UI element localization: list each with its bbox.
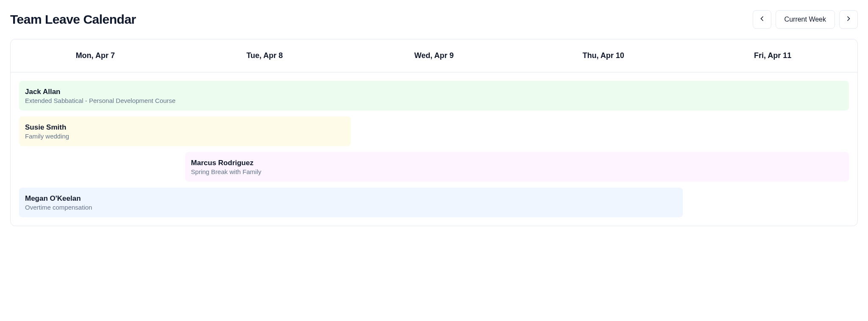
page-title: Team Leave Calendar bbox=[10, 12, 136, 27]
event-employee-name: Jack Allan bbox=[25, 88, 843, 96]
chevron-left-icon bbox=[758, 14, 766, 25]
nav-controls: Current Week bbox=[753, 10, 858, 29]
event-description: Family wedding bbox=[25, 133, 345, 140]
events-container: Jack Allan Extended Sabbatical - Persona… bbox=[11, 72, 857, 226]
day-header-mon: Mon, Apr 7 bbox=[11, 39, 180, 72]
day-headers: Mon, Apr 7 Tue, Apr 8 Wed, Apr 9 Thu, Ap… bbox=[11, 39, 857, 72]
leave-event[interactable]: Marcus Rodriguez Spring Break with Famil… bbox=[185, 152, 849, 182]
event-employee-name: Susie Smith bbox=[25, 123, 345, 132]
event-row: Marcus Rodriguez Spring Break with Famil… bbox=[19, 152, 849, 182]
event-employee-name: Marcus Rodriguez bbox=[191, 159, 843, 167]
leave-event[interactable]: Megan O'Keelan Overtime compensation bbox=[19, 188, 683, 217]
event-description: Extended Sabbatical - Personal Developme… bbox=[25, 97, 843, 104]
event-row: Jack Allan Extended Sabbatical - Persona… bbox=[19, 81, 849, 111]
current-week-button[interactable]: Current Week bbox=[776, 10, 835, 29]
event-employee-name: Megan O'Keelan bbox=[25, 194, 677, 203]
event-description: Spring Break with Family bbox=[191, 168, 843, 175]
leave-event[interactable]: Susie Smith Family wedding bbox=[19, 116, 351, 146]
event-row: Susie Smith Family wedding bbox=[19, 116, 849, 146]
chevron-right-icon bbox=[844, 14, 853, 25]
event-row: Megan O'Keelan Overtime compensation bbox=[19, 188, 849, 217]
day-header-tue: Tue, Apr 8 bbox=[180, 39, 350, 72]
day-header-wed: Wed, Apr 9 bbox=[349, 39, 519, 72]
event-description: Overtime compensation bbox=[25, 204, 677, 211]
prev-week-button[interactable] bbox=[753, 10, 771, 29]
day-header-fri: Fri, Apr 11 bbox=[688, 39, 857, 72]
next-week-button[interactable] bbox=[839, 10, 858, 29]
calendar-card: Mon, Apr 7 Tue, Apr 8 Wed, Apr 9 Thu, Ap… bbox=[10, 39, 858, 226]
day-header-thu: Thu, Apr 10 bbox=[519, 39, 688, 72]
leave-event[interactable]: Jack Allan Extended Sabbatical - Persona… bbox=[19, 81, 849, 111]
